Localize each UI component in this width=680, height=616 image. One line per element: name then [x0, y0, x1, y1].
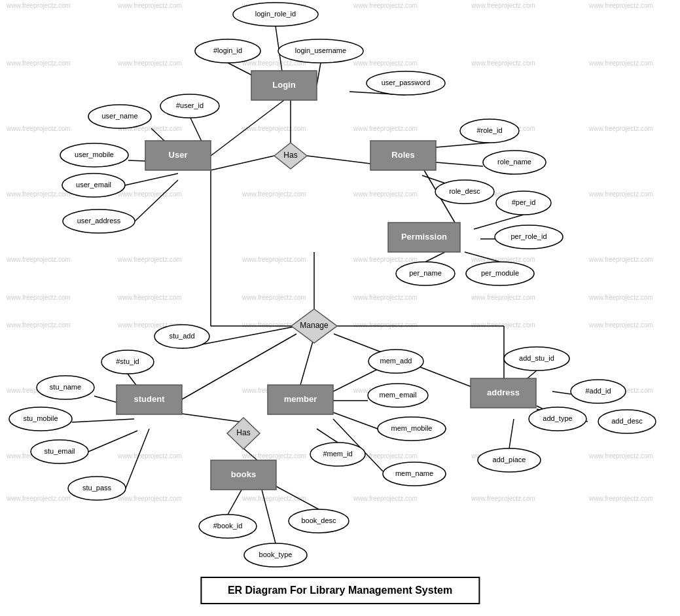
svg-text:www.freeprojectz.com: www.freeprojectz.com	[6, 60, 71, 67]
svg-text:www.freeprojectz.com: www.freeprojectz.com	[353, 321, 418, 329]
svg-text:#per_id: #per_id	[512, 198, 536, 206]
attr-user-id: #user_id	[160, 94, 219, 118]
attr-login-username: login_username	[278, 39, 363, 63]
attr-user-mobile: user_mobile	[60, 143, 128, 167]
svg-text:www.freeprojectz.com: www.freeprojectz.com	[588, 495, 653, 502]
line-mem-id	[317, 429, 338, 443]
svg-text:www.freeprojectz.com: www.freeprojectz.com	[6, 190, 71, 198]
attr-stu-email: stu_email	[31, 440, 88, 463]
svg-text:www.freeprojectz.com: www.freeprojectz.com	[6, 256, 71, 263]
svg-text:stu_add: stu_add	[169, 332, 194, 340]
svg-text:mem_name: mem_name	[395, 469, 433, 477]
entity-member-label: member	[284, 394, 317, 404]
attr-mem-name: mem_name	[383, 462, 446, 486]
svg-text:www.freeprojectz.com: www.freeprojectz.com	[242, 452, 306, 460]
entity-roles-label: Roles	[391, 150, 414, 160]
svg-text:www.freeprojectz.com: www.freeprojectz.com	[588, 190, 653, 198]
line-role-id	[436, 143, 490, 147]
attr-per-module: per_module	[466, 262, 534, 285]
svg-text:www.freeprojectz.com: www.freeprojectz.com	[242, 256, 306, 263]
attr-user-address: user_address	[63, 209, 135, 233]
svg-text:www.freeprojectz.com: www.freeprojectz.com	[353, 60, 418, 67]
svg-text:add_desc: add_desc	[611, 417, 643, 425]
svg-text:www.freeprojectz.com: www.freeprojectz.com	[117, 2, 182, 9]
svg-text:per_role_id: per_role_id	[510, 232, 546, 240]
svg-text:#book_id: #book_id	[213, 522, 243, 530]
diagram-svg: www.freeprojectz.com www.freeprojectz.co…	[0, 0, 680, 589]
svg-text:www.freeprojectz.com: www.freeprojectz.com	[117, 452, 182, 460]
entity-user-label: User	[169, 150, 188, 160]
attr-per-name: per_name	[396, 262, 455, 285]
svg-text:#user_id: #user_id	[176, 101, 204, 109]
svg-text:www.freeprojectz.com: www.freeprojectz.com	[6, 495, 71, 502]
svg-text:#login_id: #login_id	[213, 46, 242, 54]
entity-student-label: student	[134, 394, 166, 404]
attr-role-desc: role_desc	[435, 180, 494, 204]
svg-text:www.freeprojectz.com: www.freeprojectz.com	[117, 190, 182, 198]
svg-text:stu_mobile: stu_mobile	[23, 414, 58, 422]
line-per-name	[425, 252, 445, 262]
attr-user-name: user_name	[88, 105, 151, 128]
line-user-email	[125, 173, 178, 185]
entity-books-label: books	[231, 469, 256, 479]
svg-text:www.freeprojectz.com: www.freeprojectz.com	[353, 256, 418, 263]
attr-add-desc: add_desc	[598, 410, 656, 433]
line-user-id	[190, 117, 203, 144]
svg-text:www.freeprojectz.com: www.freeprojectz.com	[588, 125, 653, 132]
svg-text:www.freeprojectz.com: www.freeprojectz.com	[353, 495, 418, 502]
svg-text:#add_id: #add_id	[585, 387, 611, 395]
svg-text:www.freeprojectz.com: www.freeprojectz.com	[353, 2, 418, 9]
svg-text:role_name: role_name	[497, 158, 531, 166]
attr-book-id: #book_id	[199, 515, 257, 538]
diagram-title: ER Diagram For Library Management System	[200, 577, 480, 604]
svg-text:mem_email: mem_email	[380, 391, 417, 399]
line-stu-mobile	[72, 419, 134, 422]
attr-per-id: #per_id	[496, 191, 551, 215]
svg-text:www.freeprojectz.com: www.freeprojectz.com	[117, 495, 182, 502]
attr-stu-mobile: stu_mobile	[9, 407, 72, 431]
attr-add-type: add_type	[529, 407, 586, 431]
svg-text:book_desc: book_desc	[301, 516, 336, 524]
svg-text:www.freeprojectz.com: www.freeprojectz.com	[242, 190, 306, 198]
attr-login-id: #login_id	[195, 39, 260, 63]
svg-text:www.freeprojectz.com: www.freeprojectz.com	[588, 60, 653, 67]
svg-text:www.freeprojectz.com: www.freeprojectz.com	[471, 2, 535, 9]
line-login-username	[317, 63, 321, 85]
svg-text:#mem_id: #mem_id	[323, 450, 352, 458]
svg-text:stu_pass: stu_pass	[82, 484, 112, 492]
line-has-user	[211, 156, 274, 170]
svg-text:#role_id: #role_id	[476, 126, 502, 134]
attr-role-name: role_name	[483, 151, 546, 174]
relation-has2-label: Has	[236, 428, 250, 437]
svg-text:add_piace: add_piace	[493, 456, 526, 463]
line-student-has	[182, 414, 243, 422]
svg-text:www.freeprojectz.com: www.freeprojectz.com	[353, 125, 418, 132]
svg-text:www.freeprojectz.com: www.freeprojectz.com	[471, 495, 535, 502]
svg-text:www.freeprojectz.com: www.freeprojectz.com	[242, 125, 306, 132]
svg-text:user_mobile: user_mobile	[75, 151, 114, 158]
svg-text:www.freeprojectz.com: www.freeprojectz.com	[471, 60, 535, 67]
svg-text:per_module: per_module	[481, 269, 519, 277]
svg-text:www.freeprojectz.com: www.freeprojectz.com	[471, 321, 535, 329]
svg-text:www.freeprojectz.com: www.freeprojectz.com	[6, 125, 71, 132]
svg-text:add_type: add_type	[543, 414, 572, 422]
svg-text:www.freeprojectz.com: www.freeprojectz.com	[588, 294, 653, 301]
svg-text:user_name: user_name	[101, 112, 137, 120]
svg-text:www.freeprojectz.com: www.freeprojectz.com	[242, 495, 306, 502]
attr-add-stu-id: add_stu_id	[504, 347, 569, 371]
attr-add-piace: add_piace	[478, 448, 541, 472]
attr-role-id: #role_id	[460, 119, 519, 143]
svg-text:book_type: book_type	[259, 551, 293, 558]
attr-add-id: #add_id	[571, 380, 626, 403]
svg-text:www.freeprojectz.com: www.freeprojectz.com	[588, 256, 653, 263]
attr-mem-email: mem_email	[368, 384, 428, 407]
line-role-name	[436, 162, 483, 166]
svg-text:www.freeprojectz.com: www.freeprojectz.com	[353, 294, 418, 301]
svg-text:www.freeprojectz.com: www.freeprojectz.com	[117, 294, 182, 301]
svg-text:login_role_id: login_role_id	[255, 10, 296, 18]
svg-text:www.freeprojectz.com: www.freeprojectz.com	[6, 294, 71, 301]
svg-text:stu_name: stu_name	[50, 383, 81, 391]
attr-user-password: user_password	[367, 71, 445, 95]
svg-text:www.freeprojectz.com: www.freeprojectz.com	[353, 190, 418, 198]
svg-text:stu_email: stu_email	[44, 447, 75, 455]
